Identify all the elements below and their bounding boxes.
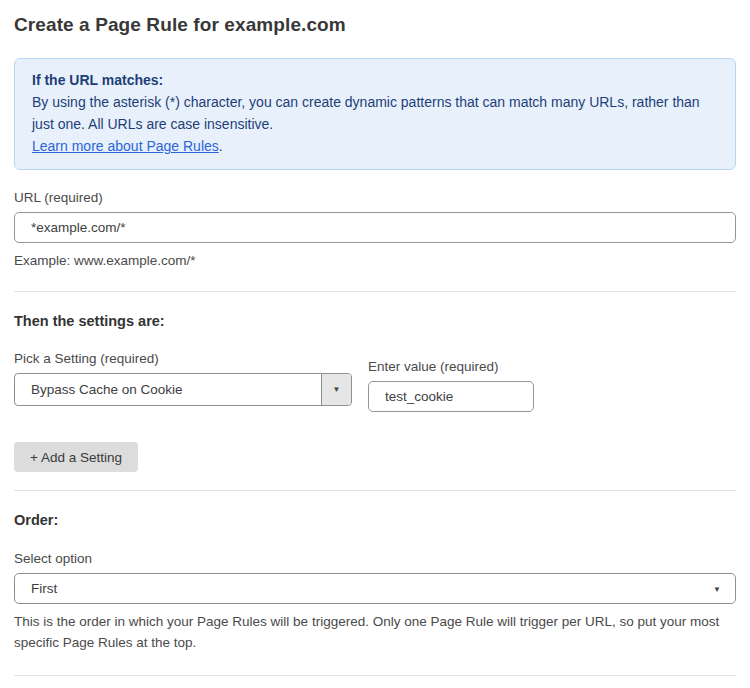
- url-example-text: Example: www.example.com/*: [14, 250, 736, 271]
- page-title: Create a Page Rule for example.com: [14, 14, 736, 36]
- info-box-body: By using the asterisk (*) character, you…: [32, 91, 718, 135]
- divider: [14, 291, 736, 292]
- link-suffix: .: [219, 138, 223, 154]
- url-label: URL (required): [14, 190, 736, 205]
- order-heading: Order:: [14, 512, 736, 528]
- chevron-down-icon: ▼: [333, 385, 341, 394]
- setting-value-input[interactable]: [368, 381, 534, 412]
- url-input[interactable]: [14, 212, 736, 243]
- chevron-down-icon: ▼: [713, 584, 721, 593]
- pick-setting-label: Pick a Setting (required): [14, 351, 352, 366]
- add-setting-button[interactable]: + Add a Setting: [14, 442, 138, 472]
- settings-row: Pick a Setting (required) Bypass Cache o…: [14, 329, 736, 412]
- enter-value-label: Enter value (required): [368, 359, 534, 374]
- create-page-rule-form: Create a Page Rule for example.com If th…: [0, 0, 750, 688]
- info-box-heading: If the URL matches:: [32, 69, 718, 91]
- learn-more-link[interactable]: Learn more about Page Rules: [32, 138, 219, 154]
- select-option-label: Select option: [14, 551, 736, 566]
- settings-heading: Then the settings are:: [14, 313, 736, 329]
- info-box-link-line: Learn more about Page Rules.: [32, 135, 718, 157]
- order-help-text: This is the order in which your Page Rul…: [14, 611, 736, 653]
- dropdown-arrow-button[interactable]: ▼: [321, 374, 351, 405]
- order-select-value: First: [31, 581, 57, 596]
- value-column: Enter value (required): [368, 337, 534, 412]
- order-select[interactable]: First ▼: [14, 573, 736, 604]
- pick-setting-value: Bypass Cache on Cookie: [15, 374, 321, 405]
- url-match-info-box: If the URL matches: By using the asteris…: [14, 58, 736, 170]
- divider: [14, 490, 736, 491]
- pick-setting-dropdown[interactable]: Bypass Cache on Cookie ▼: [14, 373, 352, 406]
- divider: [14, 675, 736, 676]
- setting-column: Pick a Setting (required) Bypass Cache o…: [14, 329, 352, 406]
